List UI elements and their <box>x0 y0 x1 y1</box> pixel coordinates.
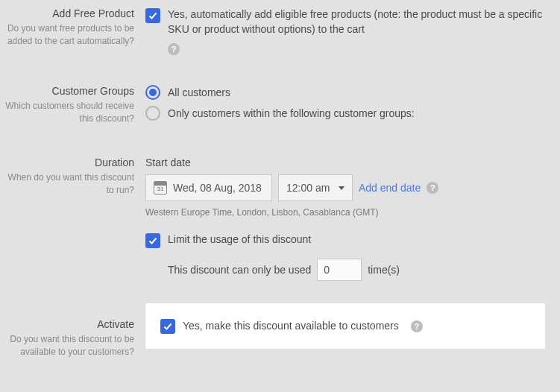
label-title-free-product: Add Free Product <box>0 7 134 19</box>
usage-value: 0 <box>324 264 330 276</box>
radio-all-customers[interactable] <box>145 85 160 100</box>
label-col-duration: Duration When do you want this discount … <box>0 157 145 281</box>
help-icon[interactable]: ? <box>427 182 438 194</box>
section-duration: Duration When do you want this discount … <box>0 157 545 281</box>
timezone-note: Western Europe Time, London, Lisbon, Cas… <box>145 207 545 218</box>
label-col-customer-groups: Customer Groups Which customers should r… <box>0 85 145 127</box>
checkbox-activate[interactable] <box>160 319 175 334</box>
radio-label-only: Only customers within the following cust… <box>168 107 415 119</box>
start-time-select[interactable]: 12:00 am <box>278 174 353 201</box>
label-title-customer-groups: Customer Groups <box>0 85 134 97</box>
label-title-duration: Duration <box>0 157 134 168</box>
checkbox-limit-usage[interactable] <box>145 233 160 248</box>
start-date-value: Wed, 08 Aug, 2018 <box>173 182 262 194</box>
label-col-activate: Activate Do you want this discount to be… <box>0 303 145 358</box>
start-date-input[interactable]: Wed, 08 Aug, 2018 <box>145 174 272 201</box>
chevron-down-icon <box>339 186 345 190</box>
usage-count-input[interactable]: 0 <box>317 259 362 281</box>
content-customer-groups: All customers Only customers within the … <box>145 85 545 127</box>
checkbox-label-limit: Limit the usage of this discount <box>168 233 311 247</box>
checkbox-add-free-product[interactable] <box>145 8 160 23</box>
label-sub-customer-groups: Which customers should receive this disc… <box>0 100 134 125</box>
content-free-product: Yes, automatically add eligible free pro… <box>145 7 545 55</box>
radio-only-groups[interactable] <box>145 106 160 121</box>
activate-highlight-box: Yes, make this discount available to cus… <box>145 303 545 349</box>
content-duration: Start date Wed, 08 Aug, 2018 12:00 am Ad… <box>145 157 545 281</box>
start-time-value: 12:00 am <box>286 182 330 194</box>
checkbox-label-activate: Yes, make this discount available to cus… <box>183 319 399 334</box>
label-sub-duration: When do you want this discount to run? <box>0 171 134 197</box>
radio-label-all: All customers <box>168 86 230 98</box>
content-activate: Yes, make this discount available to cus… <box>145 303 545 358</box>
calendar-icon <box>154 181 167 195</box>
section-add-free-product: Add Free Product Do you want free produc… <box>0 7 545 55</box>
start-date-label: Start date <box>145 157 545 168</box>
label-title-activate: Activate <box>0 318 134 330</box>
section-customer-groups: Customer Groups Which customers should r… <box>0 85 545 127</box>
label-sub-free-product: Do you want free products to be added to… <box>0 22 134 48</box>
usage-prefix: This discount can only be used <box>168 264 311 276</box>
add-end-date-link[interactable]: Add end date <box>359 182 421 194</box>
checkbox-label-free-product: Yes, automatically add eligible free pro… <box>168 7 545 37</box>
section-activate: Activate Do you want this discount to be… <box>0 303 545 358</box>
help-icon[interactable]: ? <box>411 320 423 332</box>
help-icon[interactable]: ? <box>168 43 180 55</box>
label-sub-activate: Do you want this discount to be availabl… <box>0 333 134 358</box>
label-col-free-product: Add Free Product Do you want free produc… <box>0 7 145 55</box>
usage-suffix: time(s) <box>368 264 400 276</box>
